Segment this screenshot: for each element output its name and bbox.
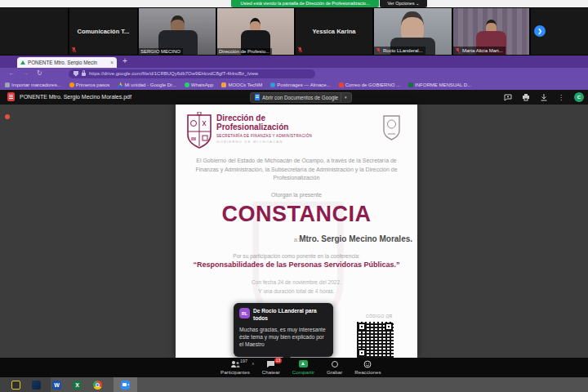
browser-tab[interactable]: PONENTE Mtro. Sergio Mecin × — [17, 57, 117, 68]
certificate-recipient: a: Mtro. Sergio Mecino Morales. — [176, 234, 417, 243]
certificate-intro: El Gobierno del Estado de Michoacán de O… — [190, 157, 403, 183]
bookmark-item[interactable]: Postimages — Almace... — [270, 82, 330, 87]
zoom-screen-share-view: Usted está viendo la pantalla de Direcci… — [0, 0, 588, 392]
smiley-icon — [363, 360, 372, 368]
certificate-grant-line: Otorgan la presente — [176, 192, 417, 198]
record-button[interactable]: Grabar — [327, 359, 342, 375]
firefox-icon — [69, 82, 74, 87]
reload-icon[interactable]: ↻ — [37, 68, 42, 79]
bookmark-item[interactable]: WhatsApp — [185, 82, 214, 87]
record-icon — [332, 361, 338, 368]
open-with-docs-button[interactable]: Abrir con Documentos de Google ▾ — [250, 92, 352, 103]
address-bar[interactable]: https://drive.google.com/file/d/1CRBUQy6… — [69, 69, 315, 78]
coat-of-arms-icon — [186, 112, 212, 149]
chrome-icon[interactable] — [93, 381, 102, 390]
forward-icon[interactable]: → — [22, 68, 29, 79]
url-text: https://drive.google.com/file/d/1CRBUQy6… — [89, 71, 258, 76]
window-dot-icon — [5, 114, 10, 119]
bookmark-item[interactable]: MOOCs TecNM — [221, 82, 262, 87]
conference-title: “Responsabilidades de las Personas Servi… — [176, 261, 417, 269]
view-options-button[interactable]: Ver Opciones ⌄ — [380, 0, 427, 7]
participant-name: Yessica Karina — [296, 8, 372, 55]
participants-button[interactable]: 197 ∧ Participantes — [220, 359, 250, 375]
certificate-title: CONSTANCIA — [176, 202, 417, 227]
chat-notification-popup: RL De Rocio LLanderal para todos Muchas … — [234, 303, 333, 357]
print-icon[interactable] — [522, 93, 530, 101]
participant-tile-yessica[interactable]: Yessica Karina — [296, 8, 372, 55]
bookmark-item[interactable]: Correo de GOBIERNO ... — [339, 82, 400, 87]
muted-mic-icon — [376, 47, 381, 54]
new-tab-button[interactable]: + — [122, 56, 127, 65]
participant-name: Comunicación T... — [69, 8, 137, 55]
bookmarks-bar: Importar marcadores... Primeros pasos Mi… — [0, 79, 588, 90]
drive-icon — [118, 82, 122, 87]
state-emblem-icon — [382, 114, 401, 141]
share-screen-icon — [299, 360, 308, 368]
chevron-down-icon: ⌄ — [416, 1, 420, 6]
add-comment-icon[interactable] — [504, 93, 512, 101]
chat-sender-avatar: RL — [239, 308, 250, 318]
pdf-viewer-toolbar: PONENTE Mtro. Sergio Mecino Morales.pdf … — [0, 90, 588, 105]
qr-code-label: CÓDIGO QR — [366, 314, 393, 318]
more-options-icon[interactable]: ⋮ — [558, 94, 564, 101]
windows-taskbar: W X — [0, 377, 588, 392]
org-subtitle: SECRETARÍA DE FINANZAS Y ADMINISTRACIÓN — [216, 134, 313, 138]
back-icon[interactable]: ← — [8, 68, 15, 79]
participant-tile-rocio[interactable]: Rocio LLanderal... — [374, 8, 452, 55]
blue-app-icon[interactable] — [32, 381, 41, 390]
excel-icon[interactable]: X — [73, 381, 82, 390]
tab-title: PONENTE Mtro. Sergio Mecin — [28, 60, 108, 65]
active-app-highlight — [114, 377, 137, 392]
participant-name: Dirección de Profesio... — [219, 49, 270, 54]
org-header: Dirección de Profesionalización SECRETAR… — [216, 114, 313, 144]
drive-icon — [20, 60, 25, 65]
participant-tile-comunicacion[interactable]: Comunicación T... — [69, 8, 137, 55]
account-avatar[interactable]: C — [574, 92, 584, 102]
word-icon[interactable]: W — [52, 381, 61, 390]
chevron-up-icon: ∧ — [252, 361, 255, 366]
sticky-notes-icon[interactable] — [11, 381, 20, 390]
participants-count: 197 — [240, 359, 247, 363]
participant-tile-empty[interactable] — [0, 8, 68, 55]
whatsapp-icon — [185, 82, 189, 87]
lock-icon — [82, 73, 86, 76]
participant-name: SERGIO MECINO — [140, 49, 180, 54]
zoom-app-icon[interactable] — [121, 381, 130, 390]
people-icon — [230, 360, 240, 368]
participant-tile-marta[interactable]: Marta Alicia Mart... — [453, 8, 529, 55]
view-options-label: Ver Opciones — [387, 1, 414, 6]
share-screen-button[interactable]: Compartir — [292, 359, 314, 375]
participant-tile-sergio[interactable]: SERGIO MECINO — [139, 8, 216, 55]
chat-message: Muchas gracias, es muy interesante éste … — [239, 326, 327, 349]
muted-mic-icon — [297, 47, 303, 53]
muted-mic-icon — [455, 47, 461, 54]
bookmark-item[interactable]: Importar marcadores... — [5, 82, 61, 87]
next-participants-button[interactable]: ❯ — [534, 25, 546, 37]
tab-close-icon[interactable]: × — [110, 60, 114, 65]
bookmark-icon — [5, 82, 10, 87]
zoom-meeting-toolbar: 197 ∧ Participantes 13 Chatear Compartir… — [0, 358, 588, 377]
participant-tile-more: ❯ — [531, 8, 588, 55]
participant-name: Rocio LLanderal... — [383, 48, 423, 53]
bookmark-item[interactable]: Primeros pasos — [69, 82, 110, 87]
certificate-date: Con fecha 24 de noviembre del 2022. — [176, 279, 417, 285]
participant-strip: Comunicación T... SERGIO MECINO Direcció… — [0, 7, 588, 56]
download-icon[interactable] — [540, 93, 548, 101]
screen-share-banner: Usted está viendo la pantalla de Direcci… — [231, 0, 379, 7]
chat-button[interactable]: 13 Chatear — [262, 359, 280, 375]
chat-unread-badge: 13 — [274, 358, 283, 363]
org-title: Dirección de Profesionalización — [216, 114, 313, 132]
reactions-button[interactable]: Reacciones — [354, 359, 381, 375]
certificate-duration: Y una duración total de 4 horas. — [176, 288, 417, 294]
bookmark-item[interactable]: INFORME MENSUAL D... — [408, 82, 471, 87]
mail-icon — [339, 82, 344, 87]
chevron-down-icon: ▾ — [341, 93, 347, 102]
postimages-icon — [270, 82, 275, 87]
muted-mic-icon — [71, 47, 77, 53]
shield-icon — [74, 71, 78, 77]
participant-name: Marta Alicia Mart... — [462, 48, 503, 53]
spreadsheet-icon — [408, 82, 413, 87]
bookmark-item[interactable]: Mi unidad - Google Dr... — [118, 82, 176, 87]
participant-tile-direccion[interactable]: Dirección de Profesio... — [217, 8, 294, 55]
qr-code — [357, 322, 394, 358]
